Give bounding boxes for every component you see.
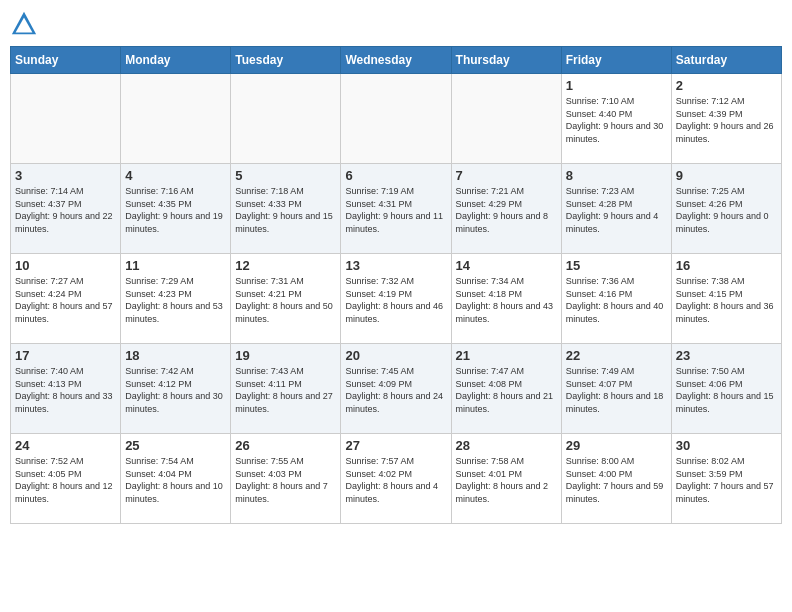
day-number: 16 xyxy=(676,258,777,273)
calendar-cell xyxy=(11,74,121,164)
day-number: 28 xyxy=(456,438,557,453)
calendar-cell: 22Sunrise: 7:49 AM Sunset: 4:07 PM Dayli… xyxy=(561,344,671,434)
header-thursday: Thursday xyxy=(451,47,561,74)
day-number: 29 xyxy=(566,438,667,453)
day-number: 15 xyxy=(566,258,667,273)
calendar-cell: 7Sunrise: 7:21 AM Sunset: 4:29 PM Daylig… xyxy=(451,164,561,254)
day-info: Sunrise: 7:25 AM Sunset: 4:26 PM Dayligh… xyxy=(676,185,777,235)
day-number: 21 xyxy=(456,348,557,363)
day-info: Sunrise: 7:36 AM Sunset: 4:16 PM Dayligh… xyxy=(566,275,667,325)
day-number: 7 xyxy=(456,168,557,183)
day-number: 9 xyxy=(676,168,777,183)
calendar-cell: 10Sunrise: 7:27 AM Sunset: 4:24 PM Dayli… xyxy=(11,254,121,344)
day-number: 13 xyxy=(345,258,446,273)
logo-icon xyxy=(10,10,38,38)
day-info: Sunrise: 7:40 AM Sunset: 4:13 PM Dayligh… xyxy=(15,365,116,415)
day-number: 14 xyxy=(456,258,557,273)
calendar-cell xyxy=(341,74,451,164)
calendar-cell: 28Sunrise: 7:58 AM Sunset: 4:01 PM Dayli… xyxy=(451,434,561,524)
day-info: Sunrise: 7:12 AM Sunset: 4:39 PM Dayligh… xyxy=(676,95,777,145)
header-sunday: Sunday xyxy=(11,47,121,74)
day-number: 22 xyxy=(566,348,667,363)
calendar-cell: 16Sunrise: 7:38 AM Sunset: 4:15 PM Dayli… xyxy=(671,254,781,344)
day-info: Sunrise: 7:58 AM Sunset: 4:01 PM Dayligh… xyxy=(456,455,557,505)
day-info: Sunrise: 7:49 AM Sunset: 4:07 PM Dayligh… xyxy=(566,365,667,415)
day-number: 18 xyxy=(125,348,226,363)
calendar-cell: 1Sunrise: 7:10 AM Sunset: 4:40 PM Daylig… xyxy=(561,74,671,164)
day-number: 30 xyxy=(676,438,777,453)
day-number: 4 xyxy=(125,168,226,183)
day-info: Sunrise: 7:50 AM Sunset: 4:06 PM Dayligh… xyxy=(676,365,777,415)
day-number: 25 xyxy=(125,438,226,453)
day-info: Sunrise: 7:52 AM Sunset: 4:05 PM Dayligh… xyxy=(15,455,116,505)
calendar-cell: 30Sunrise: 8:02 AM Sunset: 3:59 PM Dayli… xyxy=(671,434,781,524)
day-number: 27 xyxy=(345,438,446,453)
calendar-cell: 14Sunrise: 7:34 AM Sunset: 4:18 PM Dayli… xyxy=(451,254,561,344)
logo xyxy=(10,10,42,38)
calendar-cell: 18Sunrise: 7:42 AM Sunset: 4:12 PM Dayli… xyxy=(121,344,231,434)
calendar-cell: 4Sunrise: 7:16 AM Sunset: 4:35 PM Daylig… xyxy=(121,164,231,254)
calendar-cell: 19Sunrise: 7:43 AM Sunset: 4:11 PM Dayli… xyxy=(231,344,341,434)
day-info: Sunrise: 7:47 AM Sunset: 4:08 PM Dayligh… xyxy=(456,365,557,415)
day-number: 3 xyxy=(15,168,116,183)
day-info: Sunrise: 7:18 AM Sunset: 4:33 PM Dayligh… xyxy=(235,185,336,235)
day-number: 23 xyxy=(676,348,777,363)
calendar-cell: 11Sunrise: 7:29 AM Sunset: 4:23 PM Dayli… xyxy=(121,254,231,344)
calendar-cell: 24Sunrise: 7:52 AM Sunset: 4:05 PM Dayli… xyxy=(11,434,121,524)
day-info: Sunrise: 7:42 AM Sunset: 4:12 PM Dayligh… xyxy=(125,365,226,415)
calendar-cell: 20Sunrise: 7:45 AM Sunset: 4:09 PM Dayli… xyxy=(341,344,451,434)
day-number: 17 xyxy=(15,348,116,363)
page-header xyxy=(10,10,782,38)
day-info: Sunrise: 7:38 AM Sunset: 4:15 PM Dayligh… xyxy=(676,275,777,325)
day-info: Sunrise: 7:27 AM Sunset: 4:24 PM Dayligh… xyxy=(15,275,116,325)
day-info: Sunrise: 7:32 AM Sunset: 4:19 PM Dayligh… xyxy=(345,275,446,325)
calendar-cell: 23Sunrise: 7:50 AM Sunset: 4:06 PM Dayli… xyxy=(671,344,781,434)
header-saturday: Saturday xyxy=(671,47,781,74)
calendar-cell: 15Sunrise: 7:36 AM Sunset: 4:16 PM Dayli… xyxy=(561,254,671,344)
day-number: 26 xyxy=(235,438,336,453)
day-number: 10 xyxy=(15,258,116,273)
day-number: 20 xyxy=(345,348,446,363)
calendar-cell: 9Sunrise: 7:25 AM Sunset: 4:26 PM Daylig… xyxy=(671,164,781,254)
day-info: Sunrise: 7:57 AM Sunset: 4:02 PM Dayligh… xyxy=(345,455,446,505)
calendar-cell xyxy=(231,74,341,164)
day-info: Sunrise: 7:45 AM Sunset: 4:09 PM Dayligh… xyxy=(345,365,446,415)
day-info: Sunrise: 7:16 AM Sunset: 4:35 PM Dayligh… xyxy=(125,185,226,235)
day-number: 19 xyxy=(235,348,336,363)
header-wednesday: Wednesday xyxy=(341,47,451,74)
calendar-cell: 12Sunrise: 7:31 AM Sunset: 4:21 PM Dayli… xyxy=(231,254,341,344)
day-info: Sunrise: 7:23 AM Sunset: 4:28 PM Dayligh… xyxy=(566,185,667,235)
day-info: Sunrise: 8:00 AM Sunset: 4:00 PM Dayligh… xyxy=(566,455,667,505)
calendar-cell: 3Sunrise: 7:14 AM Sunset: 4:37 PM Daylig… xyxy=(11,164,121,254)
day-info: Sunrise: 8:02 AM Sunset: 3:59 PM Dayligh… xyxy=(676,455,777,505)
day-info: Sunrise: 7:55 AM Sunset: 4:03 PM Dayligh… xyxy=(235,455,336,505)
calendar-cell: 25Sunrise: 7:54 AM Sunset: 4:04 PM Dayli… xyxy=(121,434,231,524)
calendar-table: SundayMondayTuesdayWednesdayThursdayFrid… xyxy=(10,46,782,524)
day-info: Sunrise: 7:31 AM Sunset: 4:21 PM Dayligh… xyxy=(235,275,336,325)
day-info: Sunrise: 7:21 AM Sunset: 4:29 PM Dayligh… xyxy=(456,185,557,235)
calendar-cell: 21Sunrise: 7:47 AM Sunset: 4:08 PM Dayli… xyxy=(451,344,561,434)
calendar-cell: 26Sunrise: 7:55 AM Sunset: 4:03 PM Dayli… xyxy=(231,434,341,524)
calendar-cell xyxy=(451,74,561,164)
day-info: Sunrise: 7:19 AM Sunset: 4:31 PM Dayligh… xyxy=(345,185,446,235)
day-info: Sunrise: 7:14 AM Sunset: 4:37 PM Dayligh… xyxy=(15,185,116,235)
calendar-cell: 27Sunrise: 7:57 AM Sunset: 4:02 PM Dayli… xyxy=(341,434,451,524)
calendar-cell: 2Sunrise: 7:12 AM Sunset: 4:39 PM Daylig… xyxy=(671,74,781,164)
day-number: 5 xyxy=(235,168,336,183)
calendar-cell: 5Sunrise: 7:18 AM Sunset: 4:33 PM Daylig… xyxy=(231,164,341,254)
day-number: 11 xyxy=(125,258,226,273)
calendar-cell: 6Sunrise: 7:19 AM Sunset: 4:31 PM Daylig… xyxy=(341,164,451,254)
calendar-cell xyxy=(121,74,231,164)
calendar-cell: 17Sunrise: 7:40 AM Sunset: 4:13 PM Dayli… xyxy=(11,344,121,434)
header-tuesday: Tuesday xyxy=(231,47,341,74)
day-number: 8 xyxy=(566,168,667,183)
calendar-cell: 13Sunrise: 7:32 AM Sunset: 4:19 PM Dayli… xyxy=(341,254,451,344)
day-info: Sunrise: 7:54 AM Sunset: 4:04 PM Dayligh… xyxy=(125,455,226,505)
calendar-cell: 8Sunrise: 7:23 AM Sunset: 4:28 PM Daylig… xyxy=(561,164,671,254)
header-monday: Monday xyxy=(121,47,231,74)
day-number: 6 xyxy=(345,168,446,183)
day-number: 2 xyxy=(676,78,777,93)
header-friday: Friday xyxy=(561,47,671,74)
day-number: 1 xyxy=(566,78,667,93)
day-number: 12 xyxy=(235,258,336,273)
